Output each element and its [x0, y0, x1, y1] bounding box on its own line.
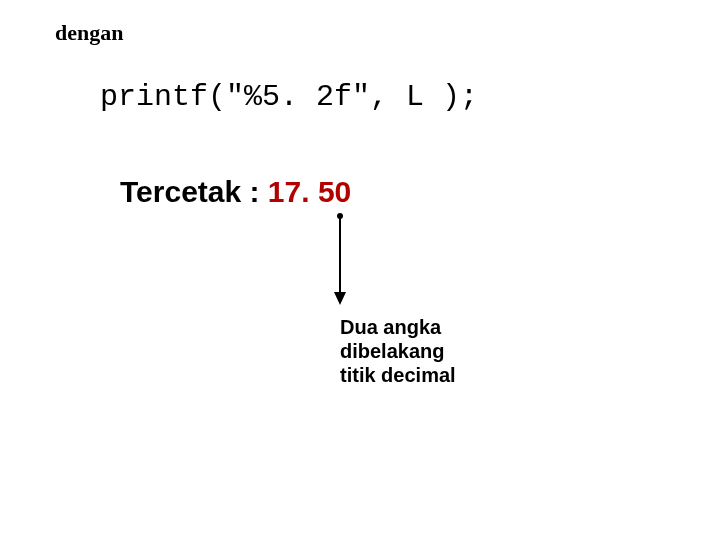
header-text: dengan	[55, 20, 123, 46]
output-line: Tercetak : 17. 50	[120, 175, 351, 209]
output-value: 17. 50	[268, 175, 351, 208]
annotation-text: Dua angka dibelakang titik decimal	[340, 315, 456, 387]
code-line: printf("%5. 2f", L );	[100, 80, 478, 114]
annotation-arrow	[310, 210, 370, 310]
output-label: Tercetak :	[120, 175, 268, 208]
svg-marker-2	[334, 292, 346, 305]
